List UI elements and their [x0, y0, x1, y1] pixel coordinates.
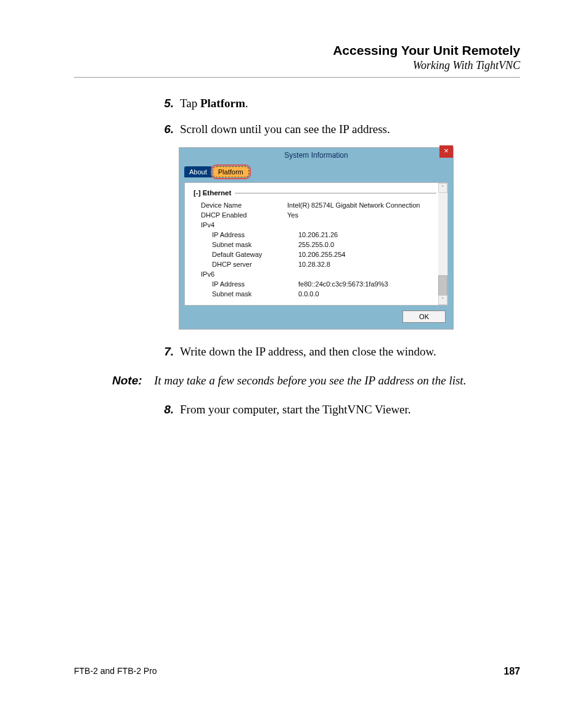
group-ethernet-header[interactable]: [-] Ethernet — [194, 189, 436, 197]
step-body: Write down the IP address, and then clos… — [180, 343, 520, 360]
note-body: It may take a few seconds before you see… — [154, 374, 520, 387]
step-body: Tap Platform. — [180, 95, 520, 112]
page-header-title: Accessing Your Unit Remotely — [74, 43, 520, 58]
dialog-title: System Information — [284, 151, 348, 160]
step-5: 5. Tap Platform. — [154, 95, 520, 112]
label: IP Address — [194, 280, 298, 288]
label: Subnet mask — [194, 290, 298, 298]
tab-strip: About Platform — [184, 166, 448, 177]
close-icon[interactable]: × — [439, 145, 453, 158]
dialog-titlebar[interactable]: System Information × — [179, 148, 453, 163]
ok-button[interactable]: OK — [402, 310, 446, 323]
row-ipv6-address: IP Address fe80::24c0:c3c9:5673:1fa9%3 — [194, 279, 436, 289]
scrollbar-up-icon[interactable]: ˄ — [438, 183, 447, 193]
tab-platform[interactable]: Platform — [213, 166, 249, 177]
value: Intel(R) 82574L Gigabit Network Connecti… — [287, 201, 436, 209]
footer-product: FTB-2 and FTB-2 Pro — [74, 666, 157, 677]
step-body: From your computer, start the TightVNC V… — [180, 401, 520, 418]
note: Note: It may take a few seconds before y… — [112, 374, 520, 387]
value — [287, 270, 436, 278]
footer-page-number: 187 — [504, 666, 520, 677]
step-number: 7. — [154, 343, 180, 360]
note-label: Note: — [112, 374, 154, 387]
value: 0.0.0.0 — [298, 290, 436, 298]
step-body: Scroll down until you can see the IP add… — [180, 121, 520, 138]
value — [287, 221, 436, 229]
value: 10.206.21.26 — [298, 231, 436, 238]
step-6: 6. Scroll down until you can see the IP … — [154, 121, 520, 138]
label: Default Gateway — [194, 251, 298, 258]
group-rule — [235, 193, 436, 193]
step-number: 6. — [154, 121, 180, 138]
info-panel: ˄ ˅ [-] Ethernet Device Name Intel(R) 82… — [184, 182, 448, 306]
label: IPv4 — [194, 221, 287, 229]
row-dhcp-enabled: DHCP Enabled Yes — [194, 210, 436, 220]
tab-about[interactable]: About — [184, 166, 212, 177]
group-label: [-] Ethernet — [194, 189, 231, 197]
label: DHCP Enabled — [194, 211, 287, 219]
step-text-bold: Platform — [200, 97, 245, 110]
row-ipv4: IPv4 — [194, 220, 436, 230]
value: fe80::24c0:c3c9:5673:1fa9%3 — [298, 280, 436, 288]
row-device-name: Device Name Intel(R) 82574L Gigabit Netw… — [194, 200, 436, 210]
row-ipv6-subnet: Subnet mask 0.0.0.0 — [194, 289, 436, 299]
row-ipv6: IPv6 — [194, 269, 436, 279]
page-header-subtitle: Working With TightVNC — [74, 59, 520, 72]
step-text-post: . — [245, 97, 248, 110]
row-default-gateway: Default Gateway 10.206.255.254 — [194, 249, 436, 259]
value: 10.206.255.254 — [298, 251, 436, 258]
value: 255.255.0.0 — [298, 241, 436, 248]
value: Yes — [287, 211, 436, 219]
row-dhcp-server: DHCP server 10.28.32.8 — [194, 259, 436, 269]
label: DHCP server — [194, 261, 298, 268]
page-footer: FTB-2 and FTB-2 Pro 187 — [74, 666, 520, 677]
label: IP Address — [194, 231, 298, 238]
header-rule — [74, 77, 520, 78]
step-8: 8. From your computer, start the TightVN… — [154, 401, 520, 418]
label: IPv6 — [194, 270, 287, 278]
label: Device Name — [194, 201, 287, 209]
system-information-dialog: System Information × About Platform ˄ ˅ … — [179, 147, 454, 330]
step-number: 8. — [154, 401, 180, 418]
row-ipv4-address: IP Address 10.206.21.26 — [194, 230, 436, 240]
value: 10.28.32.8 — [298, 261, 436, 268]
label: Subnet mask — [194, 241, 298, 248]
step-7: 7. Write down the IP address, and then c… — [154, 343, 520, 360]
step-number: 5. — [154, 95, 180, 112]
row-ipv4-subnet: Subnet mask 255.255.0.0 — [194, 240, 436, 249]
step-text-pre: Tap — [180, 97, 200, 110]
scrollbar-down-icon[interactable]: ˅ — [438, 295, 447, 305]
